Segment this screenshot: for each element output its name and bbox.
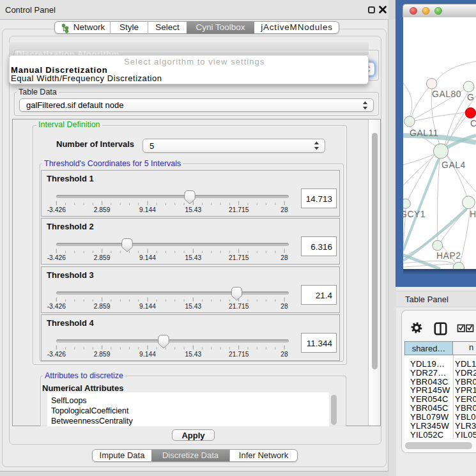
- svg-text:9.144: 9.144: [139, 303, 156, 310]
- svg-text:28: 28: [280, 303, 288, 310]
- svg-text:28: 28: [280, 254, 288, 261]
- svg-text:2.859: 2.859: [94, 254, 111, 261]
- svg-text:21.715: 21.715: [229, 206, 249, 213]
- svg-text:-3.426: -3.426: [47, 254, 66, 261]
- svg-text:H: H: [470, 209, 476, 219]
- svg-text:9.144: 9.144: [139, 206, 156, 213]
- svg-text:21.715: 21.715: [229, 254, 249, 261]
- svg-text:GAL4: GAL4: [441, 160, 466, 170]
- svg-text:21.715: 21.715: [229, 303, 249, 310]
- svg-text:-3.426: -3.426: [47, 303, 66, 310]
- svg-text:2.859: 2.859: [94, 206, 111, 213]
- svg-text:15.43: 15.43: [185, 303, 201, 310]
- svg-text:9.144: 9.144: [139, 351, 156, 358]
- svg-text:28: 28: [280, 206, 288, 213]
- svg-text:2.859: 2.859: [94, 351, 111, 358]
- svg-text:15.43: 15.43: [185, 351, 201, 358]
- svg-text:HAP2: HAP2: [436, 250, 461, 261]
- svg-text:15.43: 15.43: [185, 254, 201, 261]
- svg-text:21.715: 21.715: [229, 351, 249, 358]
- svg-text:9.144: 9.144: [139, 254, 156, 261]
- svg-text:C: C: [470, 118, 476, 128]
- svg-text:GCY1: GCY1: [403, 209, 426, 219]
- svg-text:2.859: 2.859: [94, 303, 111, 310]
- svg-text:G: G: [467, 92, 474, 102]
- svg-text:28: 28: [280, 351, 288, 358]
- svg-text:GAL11: GAL11: [410, 128, 438, 138]
- svg-text:15.43: 15.43: [185, 206, 201, 213]
- svg-text:-3.426: -3.426: [47, 351, 66, 358]
- svg-text:-3.426: -3.426: [47, 206, 66, 213]
- svg-text:GAL80: GAL80: [432, 89, 461, 99]
